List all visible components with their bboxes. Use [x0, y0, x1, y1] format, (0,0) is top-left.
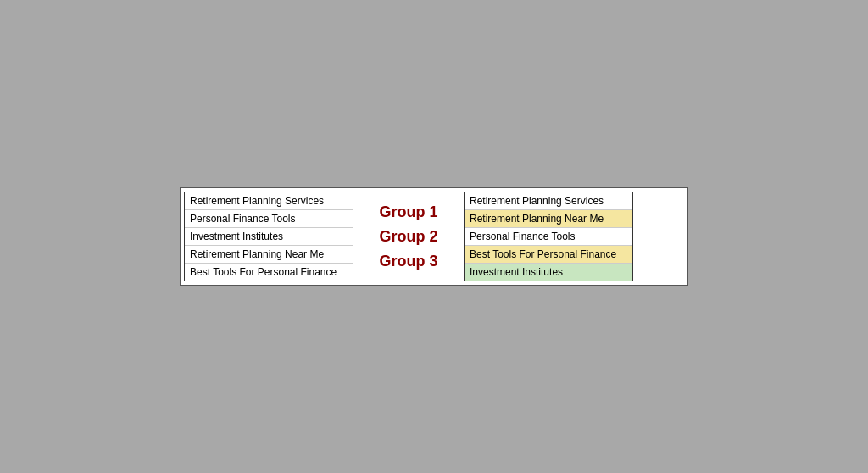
right-item-1-label: Retirement Planning Services — [470, 195, 604, 207]
right-item-1[interactable]: Retirement Planning Services — [465, 192, 632, 210]
left-item-2[interactable]: Personal Finance Tools — [185, 210, 353, 228]
left-item-5[interactable]: Best Tools For Personal Finance — [185, 264, 353, 281]
group-2-label: Group 2 — [379, 225, 437, 248]
left-item-4-label: Retirement Planning Near Me — [190, 248, 324, 260]
right-item-4[interactable]: Best Tools For Personal Finance — [465, 246, 632, 264]
right-item-2[interactable]: Retirement Planning Near Me — [465, 210, 632, 228]
left-item-3[interactable]: Investment Institutes — [185, 228, 353, 246]
right-item-3[interactable]: Personal Finance Tools — [465, 228, 632, 246]
group-1-label: Group 1 — [379, 201, 437, 224]
main-container: Retirement Planning Services Personal Fi… — [180, 187, 688, 286]
middle-panel: Group 1 Group 2 Group 3 — [353, 192, 464, 281]
left-item-3-label: Investment Institutes — [190, 231, 283, 242]
left-panel: Retirement Planning Services Personal Fi… — [184, 192, 353, 281]
left-item-5-label: Best Tools For Personal Finance — [190, 266, 337, 278]
right-item-4-label: Best Tools For Personal Finance — [470, 248, 616, 260]
left-item-1-label: Retirement Planning Services — [190, 195, 324, 207]
right-panel: Retirement Planning Services Retirement … — [464, 192, 633, 281]
right-item-5[interactable]: Investment Institutes — [465, 264, 632, 281]
left-item-2-label: Personal Finance Tools — [190, 213, 296, 225]
right-item-2-label: Retirement Planning Near Me — [470, 213, 604, 225]
group-3-label: Group 3 — [379, 250, 437, 273]
right-item-5-label: Investment Institutes — [470, 266, 563, 278]
left-item-4[interactable]: Retirement Planning Near Me — [185, 246, 353, 264]
left-item-1[interactable]: Retirement Planning Services — [185, 192, 353, 210]
right-item-3-label: Personal Finance Tools — [470, 231, 576, 242]
